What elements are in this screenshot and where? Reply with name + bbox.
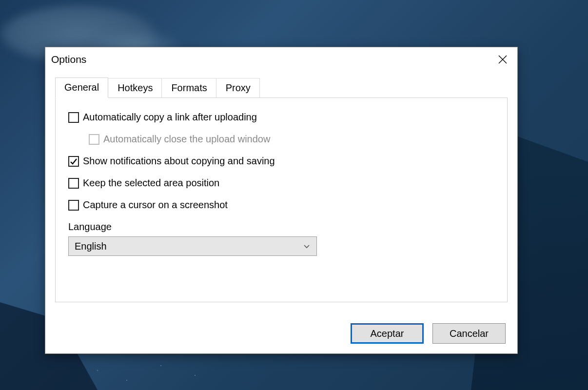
tab-formats[interactable]: Formats [162,78,216,98]
dialog-footer: Aceptar Cancelar [45,315,517,353]
option-label: Automatically copy a link after uploadin… [83,112,257,123]
language-value: English [75,241,107,252]
cancel-button[interactable]: Cancelar [432,323,506,344]
option-show-notifications: Show notifications about copying and sav… [68,156,494,167]
check-icon [70,157,78,165]
close-icon [498,55,507,64]
dialog-content: General Hotkeys Formats Proxy Automatica… [45,72,517,315]
tab-proxy[interactable]: Proxy [216,78,260,98]
tab-label: Formats [171,82,207,93]
chevron-down-icon [303,242,311,250]
window-title: Options [51,54,86,65]
option-label: Show notifications about copying and sav… [83,156,275,167]
checkbox-auto-close-upload [89,134,99,145]
checkbox-keep-area-position[interactable] [68,178,79,189]
option-label: Capture a cursor on a screenshot [83,199,228,211]
option-keep-area-position: Keep the selected area position [68,177,494,189]
tab-label: Hotkeys [118,82,153,93]
titlebar: Options [45,47,517,72]
checkbox-capture-cursor[interactable] [68,200,79,211]
button-label: Cancelar [450,328,489,339]
language-select[interactable]: English [68,236,317,256]
option-label: Keep the selected area position [83,177,219,189]
tab-strip: General Hotkeys Formats Proxy [55,78,508,98]
option-auto-close-upload: Automatically close the upload window [89,134,494,145]
option-auto-copy-link: Automatically copy a link after uploadin… [68,112,494,123]
options-dialog: Options General Hotkeys Formats Proxy Au… [45,47,518,354]
tab-hotkeys[interactable]: Hotkeys [108,78,162,98]
tab-panel-general: Automatically copy a link after uploadin… [55,98,508,302]
tab-label: General [64,82,99,93]
checkbox-show-notifications[interactable] [68,156,79,167]
checkbox-auto-copy-link[interactable] [68,112,79,123]
tab-general[interactable]: General [55,78,108,98]
language-label: Language [68,221,494,233]
tab-label: Proxy [226,82,251,93]
accept-button[interactable]: Aceptar [351,323,424,344]
button-label: Aceptar [371,328,404,339]
option-label: Automatically close the upload window [103,134,270,145]
close-button[interactable] [488,47,517,72]
option-capture-cursor: Capture a cursor on a screenshot [68,199,494,211]
